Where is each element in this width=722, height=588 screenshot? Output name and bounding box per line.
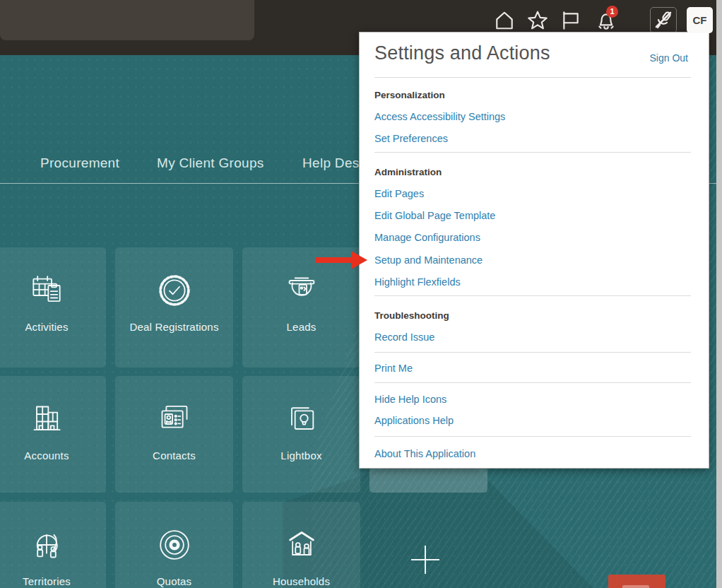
menu-item-record-issue[interactable]: Record Issue: [374, 327, 434, 348]
tile-label: Lightbox: [280, 449, 321, 461]
notification-badge: 1: [606, 6, 618, 18]
menu-item-applications-help[interactable]: Applications Help: [374, 410, 454, 431]
tile-activities[interactable]: Activities: [0, 247, 106, 368]
arrow-head: [351, 251, 367, 269]
menu-item-about-this-application[interactable]: About This Application: [374, 443, 475, 464]
section-heading-administration: Administration: [374, 162, 442, 183]
menu-item-highlight-flexfields[interactable]: Highlight Flexfields: [374, 271, 461, 293]
section-heading-troubleshooting: Troubleshooting: [374, 305, 449, 327]
house-people-icon: [282, 523, 321, 567]
tile-label: Quotas: [157, 575, 192, 587]
tile-label: Territories: [23, 575, 71, 587]
tile-label: Deal Registrations: [129, 321, 218, 333]
tile-households[interactable]: Households: [242, 502, 360, 588]
arrow-shaft: [315, 257, 353, 263]
launcher-button[interactable]: [608, 575, 665, 588]
menu-item-print-me[interactable]: Print Me: [374, 358, 413, 379]
divider: [374, 77, 691, 78]
add-tile-plus-icon[interactable]: [406, 540, 445, 580]
home-icon[interactable]: [494, 10, 515, 31]
tile-label: Contacts: [153, 449, 196, 461]
avatar[interactable]: CF: [687, 7, 713, 33]
tile-accounts[interactable]: Accounts: [0, 376, 106, 493]
tile-label: Households: [273, 575, 330, 587]
fishbowl-icon: [282, 269, 321, 312]
nav-tab-help-desk[interactable]: Help Desk: [302, 155, 366, 171]
header-left-panel: [0, 0, 254, 40]
tile-territories[interactable]: Territories: [0, 502, 106, 588]
divider: [374, 436, 691, 437]
target-rings-icon: [155, 523, 194, 567]
tile-label: Accounts: [24, 449, 69, 461]
settings-and-actions-menu: Settings and Actions Sign Out Personaliz…: [359, 32, 709, 469]
calendar-clipboard-icon: [27, 269, 66, 312]
menu-item-manage-configurations[interactable]: Manage Configurations: [374, 227, 480, 248]
tile-contacts[interactable]: Contacts: [115, 376, 233, 493]
divider: [374, 382, 691, 383]
menu-item-set-preferences[interactable]: Set Preferences: [374, 128, 448, 149]
menu-item-edit-pages[interactable]: Edit Pages: [374, 183, 424, 204]
tile-deal-registrations[interactable]: Deal Registrations: [115, 247, 233, 368]
tile-quotas[interactable]: Quotas: [115, 502, 233, 588]
tile-label: Activities: [25, 321, 68, 333]
contact-cards-icon: [155, 397, 194, 441]
launcher-icon: [622, 585, 649, 588]
clipped-tab-fragment[interactable]: n: [0, 157, 4, 174]
divider: [374, 152, 691, 153]
badge-check-icon: [155, 269, 194, 312]
menu-item-access-accessibility-settings[interactable]: Access Accessibility Settings: [374, 106, 505, 127]
nav-tab-procurement[interactable]: Procurement: [40, 155, 119, 171]
sign-out-link[interactable]: Sign Out: [650, 52, 688, 64]
mic-off-icon[interactable]: [650, 7, 677, 33]
tile-label: Leads: [287, 321, 316, 333]
menu-item-edit-global-page-template[interactable]: Edit Global Page Template: [374, 205, 495, 226]
red-arrow-annotation: [315, 251, 367, 269]
favorites-star-icon[interactable]: [527, 10, 548, 31]
page-title: Settings and Actions: [374, 42, 550, 64]
globe-people-icon: [27, 523, 66, 567]
divider: [374, 295, 691, 296]
scrollbar[interactable]: [716, 0, 722, 588]
nav-tab-my-client-groups[interactable]: My Client Groups: [157, 155, 264, 171]
menu-item-setup-and-maintenance[interactable]: Setup and Maintenance: [374, 249, 483, 271]
flag-icon[interactable]: [560, 10, 581, 31]
menu-item-hide-help-icons[interactable]: Hide Help Icons: [374, 389, 446, 410]
divider: [374, 352, 691, 353]
tile-lightbox[interactable]: Lightbox: [242, 376, 360, 493]
section-heading-personalization: Personalization: [374, 85, 445, 106]
buildings-icon: [27, 397, 66, 441]
lightbulb-frames-icon: [282, 397, 321, 441]
